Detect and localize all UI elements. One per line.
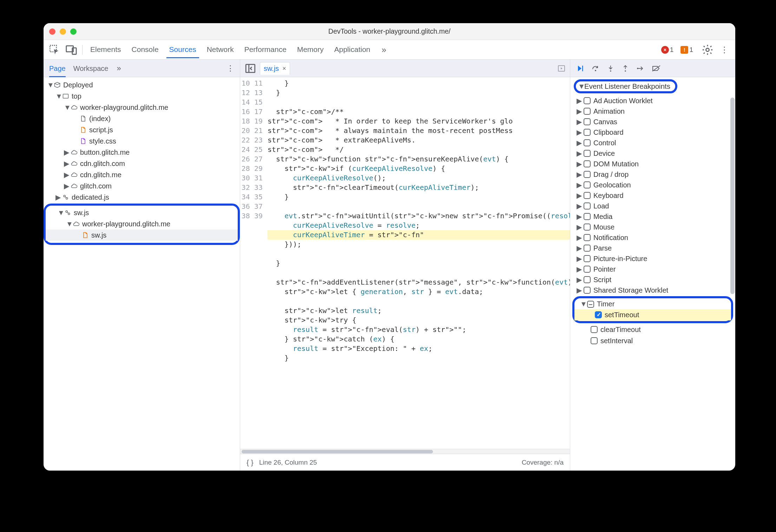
checkbox-on[interactable] xyxy=(595,311,602,318)
more-tabs-icon[interactable]: » xyxy=(378,44,390,56)
checkbox-off[interactable] xyxy=(584,181,591,188)
category-row[interactable]: ▶Ad Auction Worklet xyxy=(571,95,735,106)
category-row[interactable]: ▶DOM Mutation xyxy=(571,159,735,169)
code-area[interactable]: } } str">"c-com">/** str">"c-com"> * In … xyxy=(268,77,570,449)
checkbox-off[interactable] xyxy=(584,202,591,210)
event-listener-breakpoints-header[interactable]: ▼Event Listener Breakpoints xyxy=(570,77,735,95)
category-row[interactable]: ▶Geolocation xyxy=(571,180,735,190)
checkbox-off[interactable] xyxy=(584,97,591,104)
tree-file[interactable]: (index) xyxy=(44,113,240,124)
checkbox-off[interactable] xyxy=(584,224,591,231)
timer-settimeout[interactable]: setTimeout xyxy=(574,309,731,320)
checkbox-off[interactable] xyxy=(591,326,598,333)
tab-application[interactable]: Application xyxy=(331,41,373,58)
step-into-icon[interactable] xyxy=(607,64,614,73)
code-editor[interactable]: 10 11 12 13 14 15 16 17 18 19 20 21 22 2… xyxy=(240,77,570,449)
tree-file[interactable]: script.js xyxy=(44,124,240,135)
checkbox-off[interactable] xyxy=(584,276,591,283)
scrollbar-thumb[interactable] xyxy=(730,98,735,294)
category-row[interactable]: ▶Drag / drop xyxy=(571,169,735,180)
kebab-menu-icon[interactable]: ⋮ xyxy=(718,44,730,56)
category-timer[interactable]: ▼Timer xyxy=(574,299,731,309)
errors-badge[interactable]: ×1 xyxy=(661,46,674,54)
category-row[interactable]: ▶Keyboard xyxy=(571,190,735,201)
minimize-window-button[interactable] xyxy=(60,28,66,35)
category-row[interactable]: ▶Parse xyxy=(571,243,735,253)
checkbox-off[interactable] xyxy=(584,192,591,199)
checkbox-off[interactable] xyxy=(584,118,591,125)
checkbox-off[interactable] xyxy=(584,234,591,241)
tab-memory[interactable]: Memory xyxy=(294,41,327,58)
checkbox-off[interactable] xyxy=(591,337,598,344)
step-icon[interactable] xyxy=(636,64,645,73)
checkbox-off[interactable] xyxy=(584,139,591,146)
page-tabs-more-icon[interactable]: » xyxy=(117,64,121,73)
checkbox-off[interactable] xyxy=(584,255,591,262)
pretty-print-icon[interactable]: { } xyxy=(246,458,254,467)
category-row[interactable]: ▶Device xyxy=(571,148,735,159)
tree-worker[interactable]: ▶dedicated.js xyxy=(44,192,240,203)
warnings-badge[interactable]: !1 xyxy=(680,46,693,54)
vertical-scrollbar[interactable] xyxy=(730,91,735,468)
tree-deployed[interactable]: ▼Deployed xyxy=(44,79,240,91)
category-row[interactable]: ▶Pointer xyxy=(571,264,735,274)
category-row[interactable]: ▶Clipboard xyxy=(571,127,735,138)
checkbox-off[interactable] xyxy=(584,171,591,178)
category-row[interactable]: ▶Shared Storage Worklet xyxy=(571,285,735,295)
horizontal-scrollbar[interactable] xyxy=(240,449,570,454)
page-tabs-kebab-icon[interactable]: ⋮ xyxy=(226,64,234,73)
tree-origin[interactable]: ▶cdn.glitch.com xyxy=(44,158,240,169)
tree-origin[interactable]: ▼worker-playground.glitch.me xyxy=(46,218,238,230)
category-row[interactable]: ▶Script xyxy=(571,274,735,285)
tree-top[interactable]: ▼top xyxy=(44,91,240,102)
settings-icon[interactable] xyxy=(702,44,713,56)
tree-worker[interactable]: ▼sw.js xyxy=(46,207,238,218)
line-gutter[interactable]: 10 11 12 13 14 15 16 17 18 19 20 21 22 2… xyxy=(240,77,268,449)
scrollbar-thumb[interactable] xyxy=(242,450,433,453)
category-row[interactable]: ▶Mouse xyxy=(571,222,735,232)
close-tab-icon[interactable]: × xyxy=(282,65,286,72)
checkbox-off[interactable] xyxy=(584,160,591,167)
category-row[interactable]: ▶Canvas xyxy=(571,117,735,127)
checkbox-off[interactable] xyxy=(584,287,591,294)
category-row[interactable]: ▶Control xyxy=(571,138,735,148)
tree-origin[interactable]: ▼worker-playground.glitch.me xyxy=(44,102,240,113)
resume-icon[interactable] xyxy=(576,64,584,73)
tab-network[interactable]: Network xyxy=(204,41,237,58)
checkbox-off[interactable] xyxy=(584,150,591,157)
tree-origin[interactable]: ▶glitch.com xyxy=(44,180,240,192)
category-row[interactable]: ▶Picture-in-Picture xyxy=(571,253,735,264)
deactivate-breakpoints-icon[interactable] xyxy=(652,64,661,73)
tab-performance[interactable]: Performance xyxy=(242,41,289,58)
tree-file[interactable]: style.css xyxy=(44,135,240,147)
category-row[interactable]: ▶Load xyxy=(571,201,735,211)
category-row[interactable]: ▶Notification xyxy=(571,232,735,243)
page-tab-workspace[interactable]: Workspace xyxy=(73,60,108,77)
toggle-navigator-icon[interactable] xyxy=(244,62,256,74)
timer-setinterval[interactable]: setInterval xyxy=(570,335,735,346)
checkbox-off[interactable] xyxy=(584,108,591,115)
checkbox-off[interactable] xyxy=(584,245,591,252)
tree-origin[interactable]: ▶button.glitch.me xyxy=(44,147,240,158)
maximize-window-button[interactable] xyxy=(70,28,77,35)
file-tab-swjs[interactable]: sw.js× xyxy=(260,62,290,75)
checkbox-off[interactable] xyxy=(584,266,591,273)
run-snippet-icon[interactable] xyxy=(557,64,566,73)
category-row[interactable]: ▶Animation xyxy=(571,106,735,117)
tab-sources[interactable]: Sources xyxy=(166,41,199,58)
tree-origin[interactable]: ▶cdn.glitch.me xyxy=(44,169,240,180)
tree-file[interactable]: sw.js xyxy=(46,230,238,241)
step-out-icon[interactable] xyxy=(622,64,629,73)
close-window-button[interactable] xyxy=(49,28,55,35)
inspect-icon[interactable] xyxy=(48,44,60,56)
checkbox-off[interactable] xyxy=(584,129,591,136)
step-over-icon[interactable] xyxy=(591,64,600,73)
checkbox-mixed[interactable] xyxy=(587,301,594,308)
checkbox-off[interactable] xyxy=(584,213,591,220)
tab-elements[interactable]: Elements xyxy=(87,41,124,58)
timer-cleartimeout[interactable]: clearTimeout xyxy=(570,324,735,335)
device-toolbar-icon[interactable] xyxy=(65,44,77,56)
tab-console[interactable]: Console xyxy=(129,41,162,58)
page-tab-page[interactable]: Page xyxy=(49,60,66,77)
category-row[interactable]: ▶Media xyxy=(571,211,735,222)
